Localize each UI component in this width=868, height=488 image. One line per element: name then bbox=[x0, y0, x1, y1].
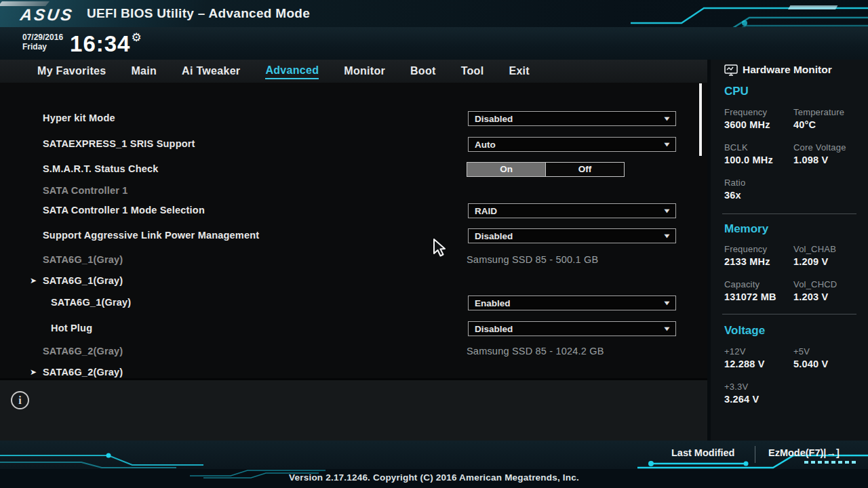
date-display: 07/29/2016 Friday bbox=[22, 33, 63, 52]
dropdown-value: Disabled bbox=[475, 231, 664, 241]
section-divider bbox=[722, 314, 856, 314]
dropdown-value: Disabled bbox=[475, 324, 664, 334]
submenu-row-sata6g-1[interactable]: ➤ SATA6G_1(Gray) bbox=[0, 274, 707, 290]
section-label: SATA Controller 1 bbox=[43, 185, 128, 196]
setting-label: Hot Plug bbox=[51, 323, 92, 333]
footer-divider bbox=[755, 446, 755, 463]
stat-value: 40°C bbox=[793, 119, 861, 130]
sata6g-1-enable-dropdown[interactable]: Enabled ▼ bbox=[468, 296, 676, 310]
stat-label: Temperature bbox=[793, 107, 861, 117]
submenu-label: SATA6G_2(Gray) bbox=[43, 367, 123, 378]
toggle-on-option[interactable]: On bbox=[467, 163, 546, 176]
setting-row-mode-selection: SATA Controller 1 Mode Selection RAID ▼ bbox=[0, 203, 707, 220]
main-menu-bar: My Favorites Main Ai Tweaker Advanced Mo… bbox=[0, 60, 707, 83]
smart-status-toggle[interactable]: On Off bbox=[467, 162, 625, 177]
tab-boot[interactable]: Boot bbox=[410, 65, 436, 79]
ezmode-label: EzMode(F7) bbox=[768, 447, 823, 458]
setting-row-sata6g-1-enable: SATA6G_1(Gray) Enabled ▼ bbox=[0, 296, 707, 312]
stat-label: Ratio bbox=[724, 178, 792, 188]
setting-label: Support Aggressive Link Power Management bbox=[43, 230, 259, 241]
setting-row-smart-status: S.M.A.R.T. Status Check On Off bbox=[0, 162, 707, 178]
device-value: Samsung SSD 85 - 1024.2 GB bbox=[467, 346, 604, 357]
cpu-frequency-stat: Frequency 3600 MHz bbox=[724, 107, 792, 130]
chevron-down-icon: ▼ bbox=[663, 300, 671, 306]
section-divider bbox=[722, 214, 856, 214]
version-text: Version 2.17.1246. Copyright (C) 2016 Am… bbox=[0, 472, 868, 483]
stat-label: Vol_CHAB bbox=[793, 244, 861, 254]
time-settings-gear-icon[interactable]: ⚙ bbox=[131, 33, 142, 43]
stat-label: BCLK bbox=[724, 142, 792, 152]
toggle-off-option[interactable]: Off bbox=[546, 163, 624, 176]
submenu-row-sata6g-2[interactable]: ➤ SATA6G_2(Gray) bbox=[0, 365, 707, 378]
ezmode-button[interactable]: EzMode(F7)|→] bbox=[768, 447, 840, 458]
voltage-3-3v-stat: +3.3V 3.264 V bbox=[724, 382, 792, 405]
stat-value: 1.203 V bbox=[793, 291, 861, 302]
memory-section-title: Memory bbox=[724, 222, 768, 236]
asus-logo: ASUS bbox=[19, 5, 75, 24]
stat-value: 3600 MHz bbox=[724, 119, 792, 130]
clock-display: 16:34⚙ bbox=[70, 33, 142, 56]
hot-plug-dropdown[interactable]: Disabled ▼ bbox=[468, 321, 676, 336]
tab-monitor[interactable]: Monitor bbox=[344, 65, 385, 79]
setting-row-link-power-mgmt: Support Aggressive Link Power Management… bbox=[0, 228, 707, 245]
mode-selection-dropdown[interactable]: RAID ▼ bbox=[468, 203, 676, 218]
setting-row-hyper-kit-mode: Hyper kit Mode Disabled ▼ bbox=[0, 111, 707, 127]
hardware-monitor-header: Hardware Monitor bbox=[724, 64, 832, 76]
submenu-arrow-icon: ➤ bbox=[30, 276, 37, 285]
ezmode-exit-icon: |→] bbox=[823, 447, 839, 458]
stat-label: Core Voltage bbox=[793, 142, 861, 152]
hardware-monitor-icon bbox=[724, 64, 738, 76]
hardware-monitor-panel: Hardware Monitor CPU Frequency 3600 MHz … bbox=[711, 60, 868, 441]
page-title: UEFI BIOS Utility – Advanced Mode bbox=[87, 6, 310, 21]
title-bar: ASUS UEFI BIOS Utility – Advanced Mode bbox=[0, 0, 868, 27]
stat-value: 1.098 V bbox=[793, 155, 861, 165]
footer-bar: Last Modified EzMode(F7)|→] bbox=[0, 441, 868, 469]
stat-label: Capacity bbox=[724, 279, 792, 289]
circuit-decoration bbox=[0, 451, 203, 469]
tab-my-favorites[interactable]: My Favorites bbox=[37, 65, 106, 79]
dropdown-value: Enabled bbox=[475, 298, 664, 308]
stat-value: 100.0 MHz bbox=[724, 155, 792, 165]
toolbar: 07/29/2016 Friday 16:34⚙ English MyFavor… bbox=[0, 27, 868, 60]
tab-main[interactable]: Main bbox=[131, 65, 157, 79]
date-text: 07/29/2016 bbox=[22, 33, 63, 42]
dropdown-value: Auto bbox=[475, 140, 664, 150]
time-text: 16:34 bbox=[70, 31, 130, 56]
cpu-temperature-stat: Temperature 40°C bbox=[793, 107, 861, 130]
tab-ai-tweaker[interactable]: Ai Tweaker bbox=[182, 65, 240, 79]
stat-value: 5.040 V bbox=[793, 359, 861, 369]
memory-vol-chab-stat: Vol_CHAB 1.209 V bbox=[793, 244, 861, 267]
stat-value: 131072 MB bbox=[724, 291, 792, 302]
voltage-12v-stat: +12V 12.288 V bbox=[724, 346, 792, 369]
cpu-section-title: CPU bbox=[724, 85, 749, 98]
info-row-sata6g-1: SATA6G_1(Gray) Samsung SSD 85 - 500.1 GB bbox=[0, 253, 707, 269]
hyper-kit-mode-dropdown[interactable]: Disabled ▼ bbox=[468, 111, 676, 126]
stat-value: 12.288 V bbox=[724, 359, 792, 369]
stat-label: +5V bbox=[793, 346, 861, 357]
sris-support-dropdown[interactable]: Auto ▼ bbox=[468, 137, 676, 152]
chevron-down-icon: ▼ bbox=[663, 141, 671, 148]
info-icon: i bbox=[11, 391, 29, 409]
stat-label: Frequency bbox=[724, 244, 792, 254]
memory-frequency-stat: Frequency 2133 MHz bbox=[724, 244, 792, 267]
last-modified-button[interactable]: Last Modified bbox=[671, 447, 734, 458]
cpu-core-voltage-stat: Core Voltage 1.098 V bbox=[793, 142, 861, 165]
setting-label: Hyper kit Mode bbox=[43, 113, 115, 123]
stat-value: 36x bbox=[724, 190, 792, 201]
cursor-pointer bbox=[433, 239, 448, 259]
setting-row-sris-support: SATAEXPRESS_1 SRIS Support Auto ▼ bbox=[0, 137, 707, 153]
chevron-down-icon: ▼ bbox=[663, 232, 671, 239]
voltage-5v-stat: +5V 5.040 V bbox=[793, 346, 861, 369]
stat-label: Frequency bbox=[724, 107, 792, 117]
tab-advanced[interactable]: Advanced bbox=[265, 64, 319, 79]
tab-tool[interactable]: Tool bbox=[461, 65, 484, 79]
tab-exit[interactable]: Exit bbox=[509, 65, 530, 79]
hardware-monitor-title: Hardware Monitor bbox=[743, 64, 832, 76]
scrollbar-thumb[interactable] bbox=[699, 83, 702, 156]
datetime: 07/29/2016 Friday 16:34⚙ bbox=[22, 33, 142, 56]
chevron-down-icon: ▼ bbox=[663, 115, 671, 122]
voltage-section-title: Voltage bbox=[724, 324, 765, 338]
setting-row-hot-plug: Hot Plug Disabled ▼ bbox=[0, 321, 707, 338]
link-power-mgmt-dropdown[interactable]: Disabled ▼ bbox=[468, 228, 676, 243]
stat-value: 3.264 V bbox=[724, 394, 792, 405]
